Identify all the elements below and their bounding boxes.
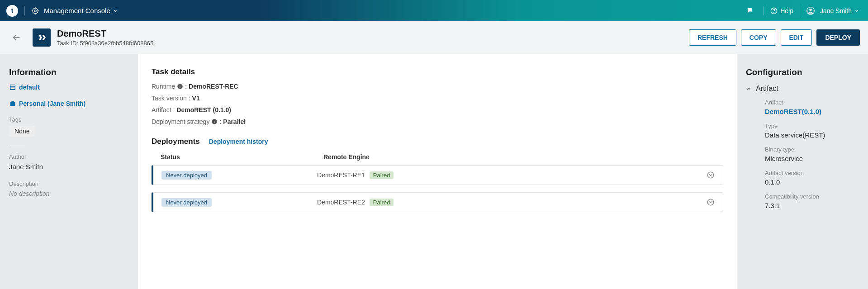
environment-label: default <box>19 84 40 91</box>
svg-point-21 <box>707 172 714 178</box>
svg-point-7 <box>774 12 774 13</box>
accordion-label: Artifact <box>756 85 778 93</box>
status-badge: Never deployed <box>161 198 212 207</box>
info-panel: Information default Personal (Jane Smith… <box>0 54 138 289</box>
artifact-label: Artifact : <box>152 106 175 114</box>
runtime-value: DemoREST-REC <box>189 83 238 90</box>
separator <box>24 6 25 15</box>
version-row: Task version : V1 <box>152 95 723 102</box>
svg-point-0 <box>33 8 38 14</box>
compat-value: 7.3.1 <box>765 202 859 209</box>
description-value: No description <box>9 190 129 197</box>
copy-button[interactable]: COPY <box>741 29 776 46</box>
status-badge: Never deployed <box>161 171 212 180</box>
artver-value: 0.1.0 <box>765 178 859 186</box>
back-button[interactable] <box>0 21 33 54</box>
notifications-button[interactable] <box>746 7 757 15</box>
config-heading: Configuration <box>746 67 859 77</box>
workspace-link[interactable]: Personal (Jane Smith) <box>9 100 129 107</box>
logo-icon[interactable]: t <box>6 5 18 17</box>
task-type-icon <box>33 28 51 47</box>
svg-text:i: i <box>180 85 180 89</box>
engine-name: DemoREST-RE2 <box>317 199 365 206</box>
info-heading: Information <box>9 67 129 77</box>
chevron-down-icon <box>854 9 862 13</box>
deploy-button[interactable]: DEPLOY <box>816 29 860 46</box>
binary-label: Binary type <box>765 146 859 153</box>
deployment-row[interactable]: Never deployed DemoREST-RE2 Paired <box>152 192 723 212</box>
pair-badge: Paired <box>370 199 394 206</box>
separator <box>764 6 764 15</box>
artifact-value: DemoREST (0.1.0) <box>176 106 231 114</box>
strategy-row: Deployment strategy i : Parallel <box>152 118 723 125</box>
artifact-accordion[interactable]: Artifact <box>746 85 859 93</box>
task-details-heading: Task details <box>152 67 723 76</box>
artifact-label: Artifact <box>765 99 859 106</box>
svg-rect-11 <box>10 85 15 90</box>
strategy-value: Parallel <box>223 118 246 125</box>
environment-link[interactable]: default <box>9 84 129 91</box>
artifact-row: Artifact : DemoREST (0.1.0) <box>152 106 723 114</box>
top-nav: t Management Console Help Jane Smith <box>0 0 868 21</box>
pair-badge: Paired <box>370 171 394 179</box>
tags-label: Tags <box>9 116 129 123</box>
page-title: DemoREST <box>57 28 153 39</box>
config-panel: Configuration Artifact Artifact DemoREST… <box>737 54 868 289</box>
status-header: Status <box>161 153 180 161</box>
strategy-label: Deployment strategy <box>152 118 209 125</box>
refresh-button[interactable]: REFRESH <box>689 29 736 46</box>
type-label: Type <box>765 123 859 129</box>
logo-letter: t <box>11 7 14 14</box>
help-label: Help <box>780 7 793 14</box>
svg-text:i: i <box>214 120 215 124</box>
version-value: V1 <box>192 95 200 102</box>
binary-value: Microservice <box>765 155 859 162</box>
expand-icon[interactable] <box>707 171 715 179</box>
runtime-label: Runtime <box>152 83 175 90</box>
user-icon <box>806 7 817 15</box>
target-icon <box>31 7 44 15</box>
artver-label: Artifact version <box>765 170 859 176</box>
title-block: DemoREST Task ID: 5f903a36e2fbb548fd6088… <box>57 28 153 47</box>
compat-label: Compatibility version <box>765 193 859 200</box>
tag-chip: None <box>9 126 35 137</box>
svg-point-1 <box>34 9 37 12</box>
deployment-history-link[interactable]: Deployment history <box>209 138 268 145</box>
chevron-down-icon <box>113 9 118 13</box>
svg-point-22 <box>707 199 714 205</box>
page-header: DemoREST Task ID: 5f903a36e2fbb548fd6088… <box>0 21 868 54</box>
version-label: Task version : <box>152 95 190 102</box>
author-label: Author <box>9 153 129 160</box>
user-name: Jane Smith <box>820 7 852 14</box>
engine-header: Remote Engine <box>323 153 714 161</box>
description-label: Description <box>9 180 129 187</box>
svg-point-9 <box>809 9 811 11</box>
main-panel: Task details Runtime i : DemoREST-REC Ta… <box>138 54 737 289</box>
console-dropdown[interactable]: Management Console <box>44 7 118 14</box>
engine-name: DemoREST-RE1 <box>317 171 365 179</box>
expand-icon[interactable] <box>707 198 715 206</box>
user-menu[interactable]: Jane Smith <box>806 7 862 15</box>
artifact-link[interactable]: DemoREST(0.1.0) <box>765 108 859 115</box>
info-icon[interactable]: i <box>175 83 185 90</box>
edit-button[interactable]: EDIT <box>781 29 812 46</box>
help-button[interactable]: Help <box>770 7 793 14</box>
info-icon[interactable]: i <box>209 118 219 125</box>
deployments-heading: Deployments <box>152 137 200 146</box>
type-value: Data service(REST) <box>765 131 859 139</box>
workspace-label: Personal (Jane Smith) <box>19 100 85 107</box>
runtime-row: Runtime i : DemoREST-REC <box>152 83 723 90</box>
deployments-table-head: Status i Remote Engine <box>152 151 723 165</box>
task-id-line: Task ID: 5f903a36e2fbb548fd608865 <box>57 40 153 47</box>
deployment-row[interactable]: Never deployed DemoREST-RE1 Paired <box>152 165 723 185</box>
console-label: Management Console <box>44 7 110 14</box>
separator <box>800 6 800 15</box>
chevron-up-icon <box>746 86 751 91</box>
author-value: Jane Smith <box>9 163 129 171</box>
divider <box>9 145 25 145</box>
